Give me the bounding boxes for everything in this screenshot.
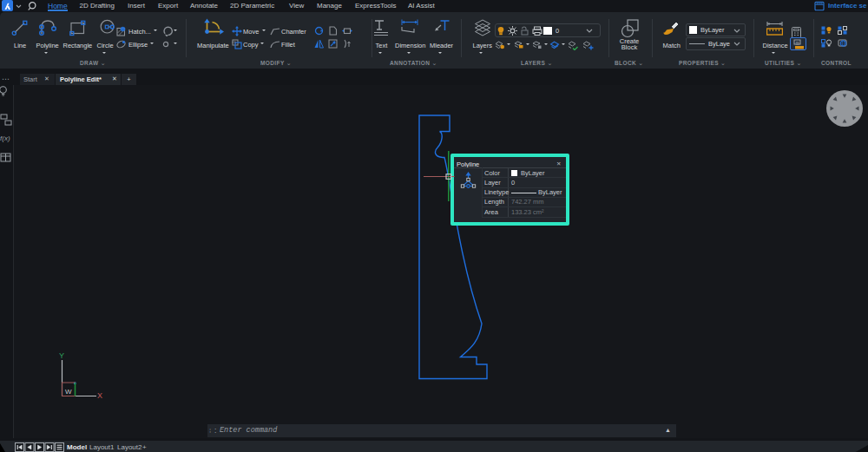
svg-text:f(x): f(x) [0,134,10,142]
svg-text:X: X [97,391,102,400]
svg-text:W: W [65,388,72,396]
svg-text:03: 03 [232,40,236,44]
svg-text:Y: Y [59,351,64,360]
svg-text:▨: ▨ [795,41,799,45]
